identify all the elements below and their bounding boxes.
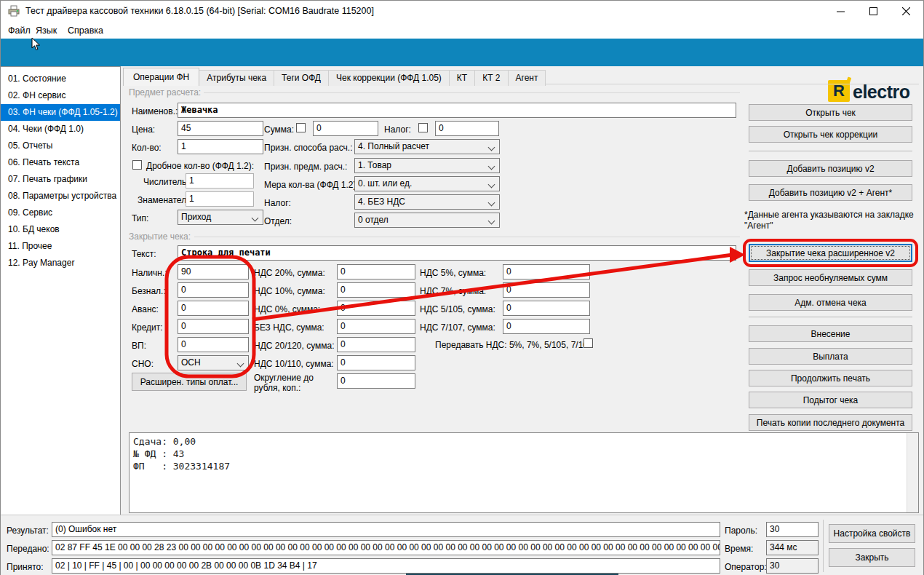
print-copy-button[interactable]: Печать копии последнего документа [749,414,912,431]
minimize-icon [837,7,845,15]
sidebar-item-04[interactable]: 04. Чеки (ФФД 1.0) [1,121,120,138]
maximize-button[interactable] [857,1,890,21]
time-label: Время: [725,544,753,554]
sno-combo[interactable]: ОСН [178,355,249,370]
numerator-field[interactable]: 1 [186,173,254,189]
add-position-v2-agent-button[interactable]: Добавить позицию v2 + Агент* [749,184,912,201]
sidebar-item-05[interactable]: 05. Отчеты [1,138,120,154]
sidebar-item-09[interactable]: 09. Сервис [1,205,120,221]
title-bar: Тест драйвера кассовой техники 6.18.0.15… [1,1,923,21]
status-separator [823,520,824,572]
rounding-label: Округление до рубля, коп.: [254,373,330,393]
dept-combo[interactable]: 0 отдел [354,213,500,228]
vat7-107-field[interactable]: 0 [503,319,590,334]
subject-attr-combo[interactable]: 1. Товар [354,158,500,173]
sidebar-item-11[interactable]: 11. Прочее [1,238,120,255]
sidebar-item-06[interactable]: 06. Печать текста [1,154,120,171]
sidebar-item-12[interactable]: 12. Pay Manager [1,255,120,271]
tax-checkbox[interactable] [418,123,428,132]
sidebar-item-10[interactable]: 10. БД чеков [1,221,120,238]
vat7-label: НДС 7%, сумма: [420,286,486,296]
log-scrollbar[interactable] [907,433,918,512]
sidebar-item-07[interactable]: 07. Печать графики [1,171,120,188]
open-correction-button[interactable]: Открыть чек коррекции [749,126,912,143]
vat7-field[interactable]: 0 [503,282,590,298]
sum-checkbox[interactable] [296,123,306,132]
cash-out-button[interactable]: Выплата [749,348,912,365]
vat10-field[interactable]: 0 [337,282,415,298]
cash-label: Наличн.: [132,268,167,278]
vp-field[interactable]: 0 [178,337,249,352]
sidebar-item-02[interactable]: 02. ФН сервис [1,87,120,104]
operator-label: Оператор: [725,562,767,572]
close-button[interactable] [890,1,923,21]
cash-field[interactable]: 90 [178,264,249,279]
tax-field[interactable]: 0 [435,121,499,136]
menu-help[interactable]: Справка [65,24,106,37]
vat10-110-label: НДС 10/110, сумма: [254,359,334,369]
time-field: 344 мс [766,540,819,555]
advance-label: Аванс: [132,304,159,314]
tab-ofd-tags[interactable]: Теги ОФД [274,70,329,86]
vat-transfer-checkbox[interactable] [584,338,593,348]
type-combo[interactable]: Приход [178,210,263,225]
log-text: Сдача: 0,00 № ФД : 43 ФП : 3023314187 [133,435,230,472]
rounding-field[interactable]: 0 [337,373,415,389]
vat0-field[interactable]: 0 [337,301,415,316]
close-icon [902,7,910,15]
close-app-button[interactable]: Закрыть [829,548,915,567]
subtotal-button[interactable]: Подытог чека [749,392,912,408]
sidebar-item-08[interactable]: 08. Параметры устройства [1,188,120,205]
tab-fn-operations[interactable]: Операции ФН [123,68,199,86]
tab-receipt-attributes[interactable]: Атрибуты чека [199,70,274,86]
tab-correction-receipt[interactable]: Чек коррекции (ФФД 1.05) [328,70,450,86]
sent-field: 02 87 FF 45 1E 00 00 00 28 23 00 00 00 0… [52,540,720,555]
credit-field[interactable]: 0 [178,319,249,334]
sum-label: Сумма: [264,124,294,135]
qty-field[interactable]: 1 [178,139,263,154]
chevron-down-icon [488,144,495,151]
continue-print-button[interactable]: Продолжить печать [749,370,912,386]
tab-kt2[interactable]: КТ 2 [474,70,508,86]
advance-field[interactable]: 0 [178,301,249,316]
fractional-qty-checkbox[interactable] [132,160,142,170]
minimize-button[interactable] [824,1,857,21]
add-position-v2-button[interactable]: Добавить позицию v2 [749,160,912,177]
chevron-down-icon [252,215,259,222]
chevron-down-icon [488,199,495,207]
request-sums-button[interactable]: Запрос необнуляемых сумм [749,269,912,286]
denominator-field[interactable]: 1 [186,191,254,207]
novat-field[interactable]: 0 [337,319,415,334]
calc-method-combo[interactable]: 4. Полный расчет [354,139,500,154]
text-field[interactable]: Строка для печати [178,245,736,261]
password-field[interactable]: 30 [766,522,819,537]
adm-cancel-button[interactable]: Адм. отмена чека [749,294,912,311]
properties-button[interactable]: Настройка свойств [829,524,915,543]
vat5-field[interactable]: 0 [503,264,590,279]
cashless-field[interactable]: 0 [178,282,249,298]
sidebar-item-03-selected[interactable]: 03. ФН чеки (ФФД 1.05-1.2) [1,104,120,121]
cash-in-button[interactable]: Внесение [749,325,912,342]
group-subject-line [199,92,740,93]
open-receipt-button[interactable]: Открыть чек [749,104,912,121]
sum-field[interactable]: 0 [313,121,378,136]
menu-file[interactable]: Файл [5,24,33,37]
name-label: Наименов.: [132,106,178,116]
close-receipt-extended-v2-button[interactable]: Закрытие чека расширенное v2 [749,244,912,262]
measure-combo[interactable]: 0. шт. или ед. [354,176,500,191]
vat20-120-field[interactable]: 0 [337,337,415,352]
tab-kt[interactable]: КТ [449,70,475,86]
operator-field[interactable]: 30 [766,558,819,574]
log-output[interactable]: Сдача: 0,00 № ФД : 43 ФП : 3023314187 [129,432,919,513]
sidebar-item-01[interactable]: 01. Состояние [1,71,120,87]
vat10-110-field[interactable]: 0 [337,355,415,370]
name-field[interactable]: Жевачка [178,103,736,118]
menu-language[interactable]: Язык [33,24,60,37]
vat5-105-field[interactable]: 0 [503,301,590,316]
vat20-field[interactable]: 0 [337,264,415,279]
price-field[interactable]: 45 [178,121,263,136]
extended-payments-button[interactable]: Расширен. типы оплат... [132,373,247,391]
subject-attr-label: Призн. предм. расч.: [264,162,347,172]
tax2-combo[interactable]: 4. БЕЗ НДС [354,194,500,210]
tab-agent[interactable]: Агент [508,70,546,86]
